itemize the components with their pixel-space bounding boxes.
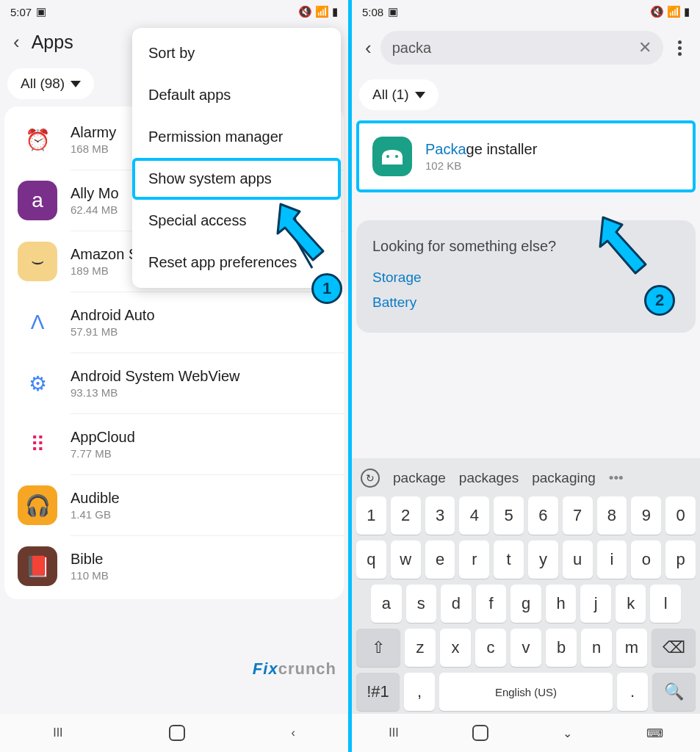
key[interactable]: f: [476, 585, 507, 623]
app-size: 102 KB: [425, 159, 537, 172]
filter-label: All (1): [372, 87, 409, 103]
app-item-package-installer[interactable]: Package installer 102 KB: [359, 126, 693, 187]
key[interactable]: x: [440, 629, 471, 667]
cycle-icon[interactable]: ↻: [361, 469, 380, 488]
recents-icon[interactable]: III: [389, 726, 398, 740]
key[interactable]: 9: [631, 496, 661, 535]
key[interactable]: u: [563, 540, 593, 579]
app-icon: ⠿: [18, 424, 57, 464]
key[interactable]: p: [665, 540, 696, 579]
nav-bar: III ‹: [0, 714, 348, 752]
home-icon[interactable]: [472, 725, 488, 741]
key[interactable]: n: [581, 629, 612, 667]
app-size: 7.77 MB: [71, 447, 135, 460]
app-icon: a: [18, 181, 57, 220]
key[interactable]: z: [405, 629, 436, 667]
key[interactable]: 6: [528, 496, 558, 535]
key[interactable]: 8: [597, 496, 627, 535]
key[interactable]: y: [528, 540, 558, 579]
app-icon: ⏰: [18, 120, 57, 159]
filter-chip[interactable]: All (1): [359, 79, 439, 110]
space-key[interactable]: English (US): [439, 673, 613, 711]
left-panel: 5:07 ▣ 🔇📶▮ ‹ Apps All (98) ⏰ Alarmy 168 …: [0, 0, 348, 752]
key[interactable]: c: [475, 629, 506, 667]
key[interactable]: l: [650, 585, 681, 623]
key[interactable]: 7: [563, 496, 593, 535]
key[interactable]: h: [546, 585, 577, 623]
key[interactable]: 2: [391, 496, 421, 535]
key[interactable]: 0: [665, 496, 696, 535]
key[interactable]: g: [510, 585, 541, 623]
key[interactable]: d: [441, 585, 472, 623]
key[interactable]: s: [406, 585, 437, 623]
sym-key[interactable]: !#1: [356, 673, 400, 711]
status-icons: 🔇📶▮: [650, 5, 690, 18]
menu-item[interactable]: Permission manager: [132, 116, 341, 158]
app-item[interactable]: ⠿ AppCloud 7.77 MB: [71, 413, 344, 474]
svg-point-1: [395, 155, 398, 158]
home-icon[interactable]: [169, 725, 185, 741]
key[interactable]: 4: [459, 496, 489, 535]
nav-bar: III ⌄ ⌨: [352, 714, 700, 752]
app-name: Audible: [71, 490, 120, 507]
key[interactable]: e: [425, 540, 455, 579]
key[interactable]: m: [616, 629, 647, 667]
clock: 5:08: [362, 6, 383, 18]
camera-icon: ▣: [36, 5, 46, 18]
search-key[interactable]: 🔍: [652, 673, 696, 711]
key[interactable]: k: [616, 585, 646, 623]
camera-icon: ▣: [388, 5, 398, 18]
search-input[interactable]: packa ✕: [380, 31, 663, 65]
key[interactable]: o: [631, 540, 661, 579]
key[interactable]: 3: [425, 496, 455, 535]
pointer-arrow-icon: [594, 212, 660, 292]
app-icon: Λ: [18, 303, 57, 342]
key[interactable]: t: [494, 540, 524, 579]
more-suggestions-icon[interactable]: •••: [609, 470, 624, 486]
suggestion[interactable]: package: [393, 470, 446, 486]
shift-key[interactable]: ⇧: [356, 629, 400, 667]
app-name: AppCloud: [71, 429, 135, 446]
app-item[interactable]: 🎧 Audible 1.41 GB: [71, 474, 344, 535]
more-icon[interactable]: [672, 40, 687, 56]
menu-item[interactable]: Default apps: [132, 74, 341, 116]
period-key[interactable]: .: [617, 673, 648, 711]
battery-link[interactable]: Battery: [372, 290, 679, 315]
recents-icon[interactable]: III: [53, 726, 62, 740]
status-bar: 5:07 ▣ 🔇📶▮: [0, 0, 348, 24]
menu-item[interactable]: Show system apps: [132, 158, 341, 200]
menu-item[interactable]: Sort by: [132, 32, 341, 74]
app-size: 168 MB: [71, 142, 116, 155]
key[interactable]: q: [356, 540, 386, 579]
step-bubble: 2: [644, 285, 675, 316]
app-icon: 📕: [18, 546, 57, 586]
app-name: Android System WebView: [71, 368, 239, 385]
back-icon[interactable]: ‹: [13, 31, 20, 54]
app-item[interactable]: 📕 Bible 110 MB: [71, 535, 344, 596]
key[interactable]: b: [546, 629, 577, 667]
app-size: 57.91 MB: [71, 325, 155, 338]
key[interactable]: 1: [356, 496, 386, 535]
key[interactable]: r: [459, 540, 489, 579]
clear-icon[interactable]: ✕: [638, 38, 652, 57]
suggestion[interactable]: packaging: [532, 470, 596, 486]
ime-down-icon[interactable]: ⌄: [563, 726, 572, 740]
app-item[interactable]: Λ Android Auto 57.91 MB: [71, 292, 344, 352]
back-nav-icon[interactable]: ‹: [291, 726, 295, 740]
key[interactable]: w: [391, 540, 421, 579]
backspace-key[interactable]: ⌫: [652, 629, 696, 667]
key[interactable]: 5: [494, 496, 524, 535]
app-size: 93.13 MB: [71, 386, 239, 399]
step-number: 1: [322, 279, 331, 298]
key[interactable]: j: [580, 585, 611, 623]
suggestion[interactable]: packages: [459, 470, 519, 486]
keyboard-switch-icon[interactable]: ⌨: [646, 726, 663, 740]
filter-chip[interactable]: All (98): [7, 68, 94, 99]
key[interactable]: a: [371, 585, 402, 623]
comma-key[interactable]: ,: [404, 673, 435, 711]
key[interactable]: v: [510, 629, 541, 667]
back-icon[interactable]: ‹: [365, 37, 372, 59]
key[interactable]: i: [597, 540, 627, 579]
app-item[interactable]: ⚙ Android System WebView 93.13 MB: [71, 352, 344, 413]
app-icon: ⚙: [18, 364, 57, 403]
